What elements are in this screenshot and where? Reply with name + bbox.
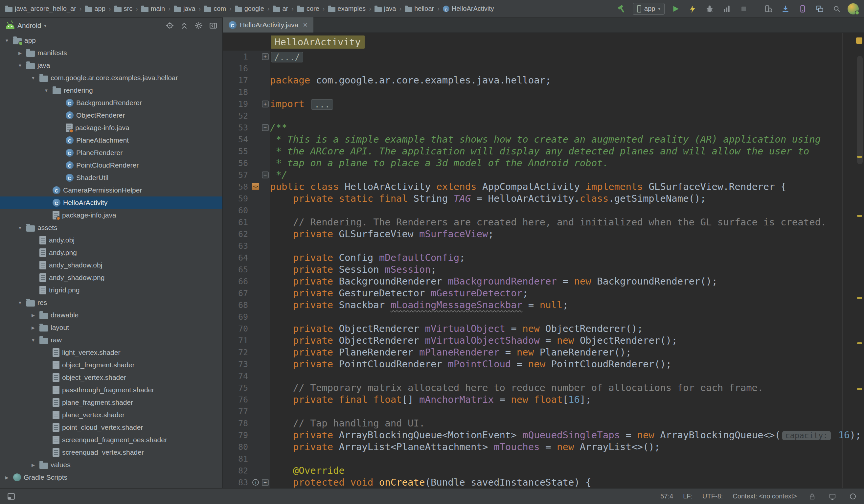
code-text[interactable]: /** — [270, 122, 287, 133]
tree-item-trigrid-png[interactable]: trigrid.png — [0, 284, 223, 296]
highlighting-level-icon[interactable] — [848, 491, 858, 502]
code-text[interactable]: private Snackbar mLoadingMessageSnackbar… — [270, 299, 568, 311]
tree-item-andy-shadow-png[interactable]: andy_shadow.png — [0, 272, 223, 284]
tree-item-values[interactable]: ▶values — [0, 459, 223, 471]
tree-item-package-info-java[interactable]: package-info.java — [0, 209, 223, 221]
tree-item-package-info-java[interactable]: package-info.java — [0, 122, 223, 134]
tree-item-andy-png[interactable]: andy.png — [0, 247, 223, 259]
tree-item-object-fragment-shader[interactable]: object_fragment.shader — [0, 359, 223, 371]
code-text[interactable]: * This is a simple example that shows ho… — [270, 134, 821, 145]
tree-item-light-vertex-shader[interactable]: light_vertex.shader — [0, 346, 223, 359]
chevron-collapsed-icon[interactable]: ▶ — [29, 325, 37, 330]
code-text[interactable]: import ... — [270, 98, 334, 110]
locate-icon[interactable] — [165, 20, 175, 31]
fold-end-icon[interactable]: − — [261, 169, 270, 181]
code-text[interactable]: /.../ — [270, 51, 304, 62]
breadcrumb-item-core[interactable]: core — [297, 5, 319, 12]
tree-item-backgroundrenderer[interactable]: BackgroundRenderer — [0, 97, 223, 109]
code-text[interactable]: private static final String TAG = HelloA… — [270, 193, 706, 204]
inspection-indicator-icon[interactable] — [856, 37, 862, 44]
tree-item-planeattachment[interactable]: PlaneAttachment — [0, 134, 223, 146]
code-text[interactable]: // Tap handling and UI. — [270, 418, 425, 429]
warning-stripe-mark[interactable] — [857, 156, 862, 158]
tree-item-assets[interactable]: ▼assets — [0, 221, 223, 234]
breadcrumb-item-helloaractivity[interactable]: HelloArActivity — [443, 5, 494, 12]
code-text[interactable]: // Temporary matrix allocated here to re… — [270, 382, 764, 393]
context-indicator[interactable]: Context: <no context> — [733, 492, 797, 500]
apply-changes-icon[interactable] — [686, 3, 699, 15]
tree-item-gradle-scripts[interactable]: ▶Gradle Scripts — [0, 471, 223, 484]
warning-stripe-mark[interactable] — [857, 297, 862, 299]
tree-item-point-cloud-vertex-shader[interactable]: point_cloud_vertex.shader — [0, 421, 223, 434]
tree-item-plane-vertex-shader[interactable]: plane_vertex.shader — [0, 409, 223, 421]
fold-expand-icon[interactable]: + — [261, 51, 270, 62]
tree-item-app[interactable]: ▼app — [0, 34, 223, 47]
folded-region-chip[interactable]: ... — [311, 99, 333, 110]
fold-expand-icon[interactable]: + — [261, 98, 270, 110]
code-text[interactable]: private GLSurfaceView mSurfaceView; — [270, 228, 494, 240]
class-marker-icon[interactable]: <> — [251, 181, 261, 193]
chevron-collapsed-icon[interactable]: ▶ — [3, 475, 11, 480]
code-text[interactable]: public class HelloArActivity extends App… — [270, 181, 786, 192]
tree-item-manifests[interactable]: ▶manifests — [0, 47, 223, 59]
tree-item-java[interactable]: ▼java — [0, 59, 223, 72]
tree-item-plane-fragment-shader[interactable]: plane_fragment.shader — [0, 396, 223, 409]
code-text[interactable]: protected void onCreate(Bundle savedInst… — [270, 477, 591, 488]
tree-item-helloaractivity[interactable]: HelloArActivity — [0, 196, 223, 209]
override-marker-icon[interactable]: ↑ — [251, 477, 261, 488]
code-text[interactable]: @Override — [270, 465, 345, 476]
code-text[interactable]: private Config mDefaultConfig; — [270, 252, 465, 263]
user-avatar[interactable] — [848, 3, 859, 14]
code-text[interactable]: private final float[] mAnchorMatrix = ne… — [270, 394, 591, 405]
background-tasks-icon[interactable] — [827, 491, 838, 502]
tree-item-planerenderer[interactable]: PlaneRenderer — [0, 146, 223, 159]
close-tab-icon[interactable]: × — [302, 21, 308, 29]
warning-stripe-mark[interactable] — [857, 388, 862, 390]
code-text[interactable]: private ObjectRenderer mVirtualObject = … — [270, 323, 643, 334]
run-config-selector[interactable]: app ▾ — [633, 3, 664, 15]
tree-item-drawable[interactable]: ▶drawable — [0, 309, 223, 321]
folded-region-chip[interactable]: /.../ — [271, 52, 303, 62]
code-text[interactable]: private PlaneRenderer mPlaneRenderer = n… — [270, 347, 632, 358]
breadcrumb-item-java[interactable]: java — [374, 5, 396, 12]
chevron-collapsed-icon[interactable]: ▶ — [29, 313, 37, 318]
settings-gear-icon[interactable] — [193, 20, 204, 31]
tree-item-raw[interactable]: ▼raw — [0, 334, 223, 346]
code-text[interactable]: private ObjectRenderer mVirtualObjectSha… — [270, 335, 677, 346]
tree-item-passthrough-fragment-shader[interactable]: passthrough_fragment.shader — [0, 384, 223, 396]
chevron-expanded-icon[interactable]: ▼ — [16, 225, 24, 230]
device-manager-icon[interactable] — [796, 3, 809, 15]
warning-stripe-mark[interactable] — [857, 215, 862, 217]
tree-item-layout[interactable]: ▶layout — [0, 321, 223, 334]
tree-item-object-vertex-shader[interactable]: object_vertex.shader — [0, 371, 223, 384]
collapse-all-icon[interactable] — [179, 20, 190, 31]
tree-item-rendering[interactable]: ▼rendering — [0, 84, 223, 97]
tree-item-andy-shadow-obj[interactable]: andy_shadow.obj — [0, 259, 223, 272]
tree-item-res[interactable]: ▼res — [0, 296, 223, 309]
breadcrumb-item-ar[interactable]: ar — [273, 5, 288, 12]
error-stripe[interactable] — [855, 33, 864, 488]
build-hammer-icon[interactable] — [616, 3, 628, 15]
attach-debugger-icon[interactable] — [762, 3, 775, 15]
breadcrumb-item-app[interactable]: app — [85, 5, 105, 12]
hide-panel-icon[interactable] — [208, 20, 218, 31]
sdk-manager-icon[interactable] — [779, 3, 792, 15]
tree-item-camerapermissionhelper[interactable]: CameraPermissionHelper — [0, 184, 223, 196]
breadcrumb-item-examples[interactable]: examples — [328, 5, 366, 12]
line-separator-indicator[interactable]: LF: — [683, 492, 693, 500]
code-text[interactable]: private GestureDetector mGestureDetector… — [270, 287, 528, 299]
chevron-collapsed-icon[interactable]: ▶ — [16, 51, 24, 56]
code-text[interactable]: */ — [270, 169, 287, 180]
debug-icon[interactable] — [703, 3, 716, 15]
lock-icon[interactable] — [807, 491, 817, 502]
scrollbar-thumb[interactable] — [857, 56, 863, 164]
tree-item-andy-obj[interactable]: andy.obj — [0, 234, 223, 247]
tree-item-com-google-ar-core-examples-java-helloar[interactable]: ▼com.google.ar.core.examples.java.helloa… — [0, 72, 223, 84]
code-text[interactable]: private BackgroundRenderer mBackgroundRe… — [270, 276, 718, 287]
tree-item-screenquad-fragment-oes-shader[interactable]: screenquad_fragment_oes.shader — [0, 434, 223, 446]
code-text[interactable]: // Rendering. The Renderers are created … — [270, 217, 827, 228]
chevron-expanded-icon[interactable]: ▼ — [16, 63, 24, 68]
chevron-collapsed-icon[interactable]: ▶ — [29, 463, 37, 468]
tree-item-shaderutil[interactable]: ShaderUtil — [0, 171, 223, 184]
chevron-expanded-icon[interactable]: ▼ — [43, 88, 50, 93]
